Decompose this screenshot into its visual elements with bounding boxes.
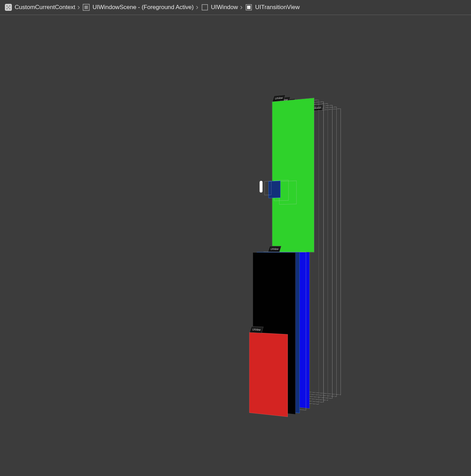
- breadcrumb-bar: CustomCurrentContext›UIWindowScene - (Fo…: [0, 0, 471, 15]
- layer-label: UIView: [272, 95, 285, 102]
- svg-point-2: [9, 5, 10, 7]
- svg-rect-10: [247, 6, 251, 9]
- app-icon: [4, 3, 13, 12]
- scene-icon: [82, 3, 90, 12]
- green-fill: [272, 98, 314, 252]
- chevron-right-icon: ›: [194, 3, 200, 12]
- breadcrumb-label: CustomCurrentContext: [15, 4, 75, 11]
- chevron-right-icon: ›: [76, 3, 81, 12]
- breadcrumb-label: UIWindow: [211, 4, 238, 11]
- breadcrumb-item[interactable]: UIWindowScene - (Foreground Active): [81, 3, 194, 12]
- layer-red[interactable]: UIView: [249, 332, 288, 417]
- layer-label: UIView: [249, 326, 263, 333]
- svg-point-1: [6, 5, 8, 7]
- svg-point-4: [9, 8, 10, 9]
- svg-point-3: [6, 8, 8, 9]
- layer-green[interactable]: UIView: [272, 98, 314, 252]
- layer-label: UIView: [268, 246, 282, 252]
- layer-mid-4[interactable]: [264, 181, 271, 195]
- breadcrumb-item[interactable]: UITransitionView: [244, 3, 300, 12]
- chevron-right-icon: ›: [239, 3, 244, 12]
- view-icon: [245, 3, 253, 12]
- breadcrumb-label: UIWindowScene - (Foreground Active): [92, 4, 194, 11]
- breadcrumb-item[interactable]: UIWindow: [200, 3, 239, 12]
- svg-point-5: [8, 7, 9, 8]
- view-debugger-canvas[interactable]: UIWindowScene UIView UIView UIView UIVie…: [0, 15, 471, 476]
- svg-rect-8: [202, 5, 208, 10]
- window-icon: [201, 3, 209, 12]
- breadcrumb-item[interactable]: CustomCurrentContext: [3, 3, 76, 12]
- svg-rect-7: [84, 6, 88, 9]
- breadcrumb-label: UITransitionView: [255, 4, 300, 11]
- layer-mid-5[interactable]: [260, 181, 262, 193]
